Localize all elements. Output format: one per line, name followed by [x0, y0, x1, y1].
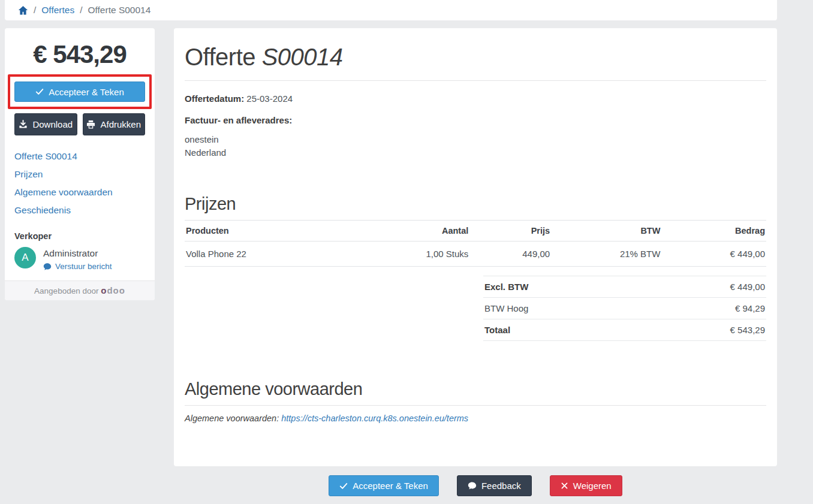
download-icon — [19, 120, 28, 129]
total-label: Totaal — [484, 325, 510, 335]
seller-label: Verkoper — [14, 231, 145, 241]
sidebar-nav: Offerte S00014 Prijzen Algemene voorwaar… — [5, 135, 155, 217]
pricing-table: Producten Aantal Prijs BTW Bedrag Volla … — [185, 220, 766, 267]
terms-line: Algemene voorwaarden: https://cts-charle… — [185, 414, 766, 423]
sidebar-link-offerte[interactable]: Offerte S00014 — [14, 151, 145, 162]
col-producten: Producten — [185, 221, 383, 242]
send-message-link[interactable]: Verstuur bericht — [43, 262, 112, 271]
tax-value: € 94,29 — [735, 303, 765, 313]
portal-page: / Offertes / Offerte S00014 € 543,29 Acc… — [0, 0, 813, 496]
totals-row-tax: BTW Hoog € 94,29 — [483, 298, 766, 319]
powered-by-footer: Aangeboden door odoo — [5, 280, 155, 300]
address-line-company: onestein — [185, 133, 766, 146]
accept-sign-button[interactable]: Accepteer & Teken — [14, 82, 145, 102]
chat-bubble-icon — [468, 481, 477, 490]
print-label: Afdrukken — [100, 119, 141, 129]
untaxed-value: € 449,00 — [730, 282, 765, 292]
accept-sign-button-bottom[interactable]: Accepteer & Teken — [329, 475, 439, 496]
quotation-document: Offerte S00014 Offertedatum: 25-03-2024 … — [174, 28, 777, 466]
pricing-heading: Prijzen — [185, 194, 766, 214]
cell-quantity: 1,00 Stuks — [383, 242, 470, 267]
seller-section: Verkoper A Administrator Verstuur berich… — [5, 217, 155, 280]
title-prefix: Offerte — [185, 44, 255, 70]
terms-link[interactable]: https://cts-charleston.curq.k8s.onestein… — [281, 414, 468, 423]
download-button[interactable]: Download — [14, 113, 77, 135]
print-button[interactable]: Afdrukken — [83, 113, 146, 135]
cell-price: 449,00 — [469, 242, 551, 267]
totals-row-untaxed: Excl. BTW € 449,00 — [483, 276, 766, 298]
totals-row-total: Totaal € 543,29 — [483, 319, 766, 341]
total-amount: € 543,29 — [5, 28, 155, 69]
reject-label: Weigeren — [573, 481, 612, 491]
home-icon — [18, 5, 28, 16]
feedback-label: Feedback — [481, 481, 521, 491]
total-value: € 543,29 — [730, 325, 765, 335]
home-link[interactable] — [18, 5, 28, 16]
bottom-actions: Accepteer & Teken Feedback Weigeren — [174, 475, 777, 496]
breadcrumb: / Offertes / Offerte S00014 — [5, 0, 777, 20]
cell-tax: 21% BTW — [551, 242, 661, 267]
untaxed-label: Excl. BTW — [484, 282, 528, 292]
page-title: Offerte S00014 — [185, 44, 766, 81]
odoo-logo: odoo — [101, 285, 125, 295]
sidebar-link-voorwaarden[interactable]: Algemene voorwaarden — [14, 187, 145, 198]
col-btw: BTW — [551, 221, 661, 242]
terms-heading: Algemene voorwaarden — [185, 379, 766, 406]
address-line-country: Nederland — [185, 146, 766, 159]
seller-name: Administrator — [43, 248, 112, 259]
powered-by-text: Aangeboden door — [34, 286, 98, 295]
reject-button[interactable]: Weigeren — [550, 475, 622, 496]
accept-sign-label: Accepteer & Teken — [49, 87, 124, 97]
cell-product: Volla Phone 22 — [185, 242, 383, 267]
sidebar-link-geschiedenis[interactable]: Geschiedenis — [14, 205, 145, 216]
title-reference: S00014 — [262, 44, 343, 70]
chat-bubble-icon — [43, 262, 52, 271]
annotation-highlight-box: Accepteer & Teken — [8, 74, 152, 109]
breadcrumb-separator: / — [80, 5, 82, 16]
quotation-date-label: Offertedatum: — [185, 93, 244, 104]
col-bedrag: Bedrag — [661, 221, 766, 242]
send-message-label: Verstuur bericht — [55, 262, 112, 271]
cell-amount: € 449,00 — [661, 242, 766, 267]
col-prijs: Prijs — [469, 221, 551, 242]
feedback-button[interactable]: Feedback — [457, 475, 532, 496]
terms-label: Algemene voorwaarden: — [185, 414, 279, 423]
quotation-date-value: 25-03-2024 — [246, 93, 293, 104]
download-label: Download — [32, 119, 73, 129]
quotation-main: Offerte S00014 Offertedatum: 25-03-2024 … — [174, 28, 777, 496]
totals-table: Excl. BTW € 449,00 BTW Hoog € 94,29 Tota… — [483, 276, 766, 341]
printer-icon — [86, 120, 95, 129]
check-icon — [339, 482, 348, 490]
breadcrumb-current: Offerte S00014 — [88, 5, 150, 16]
quotation-sidebar: € 543,29 Accepteer & Teken Download — [5, 28, 155, 300]
sidebar-link-prijzen[interactable]: Prijzen — [14, 169, 145, 180]
check-icon — [35, 87, 44, 96]
breadcrumb-separator: / — [34, 5, 36, 16]
billing-address: onestein Nederland — [185, 133, 766, 159]
accept-bottom-label: Accepteer & Teken — [353, 481, 428, 491]
breadcrumb-link-offertes[interactable]: Offertes — [41, 5, 74, 16]
tax-label: BTW Hoog — [484, 303, 528, 313]
table-row: Volla Phone 22 1,00 Stuks 449,00 21% BTW… — [185, 242, 766, 267]
quotation-date: Offertedatum: 25-03-2024 — [185, 93, 766, 104]
col-aantal: Aantal — [383, 221, 470, 242]
address-label: Factuur- en afleveradres: — [185, 115, 766, 125]
close-icon — [561, 482, 568, 490]
avatar: A — [14, 247, 36, 268]
pricing-table-header: Producten Aantal Prijs BTW Bedrag — [185, 221, 766, 242]
